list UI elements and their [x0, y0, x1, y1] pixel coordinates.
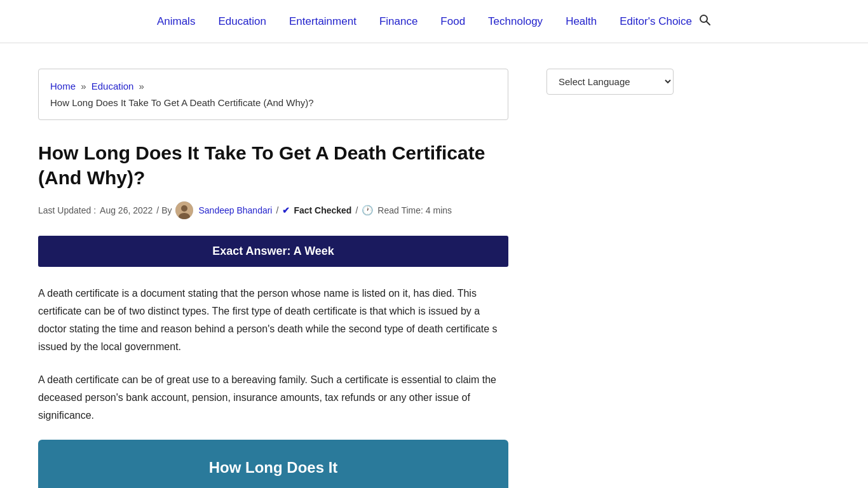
svg-line-1 [707, 22, 710, 25]
fact-check-icon: ✔ [282, 205, 290, 215]
breadcrumb: Home » Education » How Long Does It Take… [38, 69, 508, 120]
nav-link-entertainment[interactable]: Entertainment [289, 15, 356, 27]
svg-point-3 [181, 205, 187, 212]
nav-link-technology[interactable]: Technology [488, 15, 543, 27]
search-icon [698, 13, 711, 26]
breadcrumb-current: How Long Does It Take To Get A Death Cer… [50, 97, 314, 108]
article-meta: Last Updated : Aug 26, 2022 / By Sandeep… [38, 201, 508, 219]
fact-checked-label: Fact Checked [294, 205, 351, 215]
article-paragraph-2: A death certificate can be of great use … [38, 371, 508, 424]
nav-link-food[interactable]: Food [440, 15, 465, 27]
nav-item-technology[interactable]: Technology [488, 15, 543, 28]
read-time: Read Time: 4 mins [377, 205, 452, 215]
breadcrumb-home-link[interactable]: Home [50, 81, 76, 92]
search-button[interactable] [698, 13, 711, 29]
separator-slash-1: / [276, 205, 278, 215]
breadcrumb-sep-2: » [139, 81, 144, 92]
nav-link-health[interactable]: Health [566, 15, 597, 27]
breadcrumb-education-link[interactable]: Education [92, 81, 134, 92]
exact-answer-text: Exact Answer: A Week [212, 245, 334, 257]
nav-item-food[interactable]: Food [440, 15, 465, 28]
nav-item-education[interactable]: Education [218, 15, 266, 28]
article-date: Aug 26, 2022 [100, 205, 153, 215]
author-link[interactable]: Sandeep Bhandari [198, 205, 272, 215]
exact-answer-banner: Exact Answer: A Week [38, 236, 508, 267]
nav-link-finance[interactable]: Finance [379, 15, 417, 27]
sidebar: Select Language English Spanish French G… [508, 69, 674, 488]
nav-link-animals[interactable]: Animals [157, 15, 195, 27]
nav-links: Animals Education Entertainment Finance … [157, 15, 692, 28]
how-long-box: How Long Does It [38, 440, 508, 488]
main-nav: Animals Education Entertainment Finance … [0, 0, 868, 43]
nav-item-animals[interactable]: Animals [157, 15, 195, 28]
article-title: How Long Does It Take To Get A Death Cer… [38, 140, 508, 190]
nav-link-editors-choice[interactable]: Editor's Choice [620, 15, 692, 27]
nav-link-education[interactable]: Education [218, 15, 266, 27]
nav-item-editors-choice[interactable]: Editor's Choice [620, 15, 692, 28]
author-avatar [175, 201, 193, 219]
page-wrapper: Home » Education » How Long Does It Take… [0, 43, 868, 488]
nav-item-entertainment[interactable]: Entertainment [289, 15, 356, 28]
separator-slash-2: / [355, 205, 358, 215]
language-select[interactable]: Select Language English Spanish French G… [546, 69, 674, 95]
article-paragraph-1: A death certificate is a document statin… [38, 285, 508, 356]
nav-item-finance[interactable]: Finance [379, 15, 417, 28]
clock-icon: 🕐 [362, 205, 374, 216]
main-content: Home » Education » How Long Does It Take… [38, 69, 508, 488]
by-label: / By [156, 205, 172, 215]
last-updated-label: Last Updated : [38, 205, 96, 215]
how-long-box-title: How Long Does It [51, 459, 496, 477]
breadcrumb-sep-1: » [81, 81, 86, 92]
nav-item-health[interactable]: Health [566, 15, 597, 28]
article-body: A death certificate is a document statin… [38, 285, 508, 424]
